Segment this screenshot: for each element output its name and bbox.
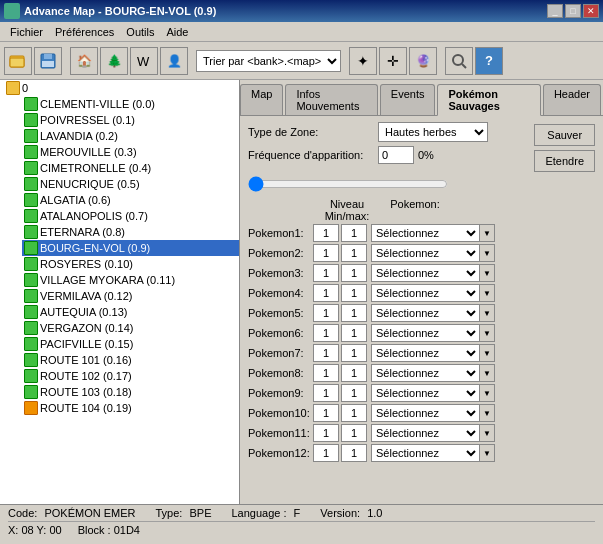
pokemon-select-2[interactable]: Sélectionnez bbox=[371, 244, 479, 262]
pokemon-min-6[interactable] bbox=[313, 324, 339, 342]
pokemon-select-12[interactable]: Sélectionnez bbox=[371, 444, 479, 462]
tree-item[interactable]: VILLAGE MYOKARA (0.11) bbox=[22, 272, 239, 288]
tree-item[interactable]: ROSYERES (0.10) bbox=[22, 256, 239, 272]
tree-item[interactable]: VERMILAVA (0.12) bbox=[22, 288, 239, 304]
save-button[interactable] bbox=[34, 47, 62, 75]
pokemon-max-12[interactable] bbox=[341, 444, 367, 462]
tool4-button[interactable]: 👤 bbox=[160, 47, 188, 75]
tree-item[interactable]: AUTEQUIA (0.13) bbox=[22, 304, 239, 320]
pokemon-dropdown-btn-6[interactable]: ▼ bbox=[479, 324, 495, 342]
tree-item[interactable]: CIMETRONELLE (0.4) bbox=[22, 160, 239, 176]
search-button[interactable] bbox=[445, 47, 473, 75]
pokemon-max-3[interactable] bbox=[341, 264, 367, 282]
tree-item[interactable]: POIVRESSEL (0.1) bbox=[22, 112, 239, 128]
pokemon-min-4[interactable] bbox=[313, 284, 339, 302]
pokemon-max-7[interactable] bbox=[341, 344, 367, 362]
tool6-button[interactable]: ✛ bbox=[379, 47, 407, 75]
tree-item[interactable]: ROUTE 104 (0.19) bbox=[22, 400, 239, 416]
tool1-button[interactable]: 🏠 bbox=[70, 47, 98, 75]
pokemon-dropdown-btn-2[interactable]: ▼ bbox=[479, 244, 495, 262]
tree-item[interactable]: LAVANDIA (0.2) bbox=[22, 128, 239, 144]
pokemon-min-2[interactable] bbox=[313, 244, 339, 262]
pokemon-dropdown-btn-10[interactable]: ▼ bbox=[479, 404, 495, 422]
tree-item[interactable]: ALGATIA (0.6) bbox=[22, 192, 239, 208]
close-button[interactable]: ✕ bbox=[583, 4, 599, 18]
pokemon-min-12[interactable] bbox=[313, 444, 339, 462]
pokemon-select-7[interactable]: Sélectionnez bbox=[371, 344, 479, 362]
pokemon-min-11[interactable] bbox=[313, 424, 339, 442]
save-action-button[interactable]: Sauver bbox=[534, 124, 595, 146]
pokemon-dropdown-btn-12[interactable]: ▼ bbox=[479, 444, 495, 462]
pokemon-max-9[interactable] bbox=[341, 384, 367, 402]
frequency-input[interactable] bbox=[378, 146, 414, 164]
tool7-button[interactable]: 🔮 bbox=[409, 47, 437, 75]
tab-header[interactable]: Header bbox=[543, 84, 601, 115]
tool2-button[interactable]: 🌲 bbox=[100, 47, 128, 75]
pokemon-dropdown-btn-3[interactable]: ▼ bbox=[479, 264, 495, 282]
pokemon-max-6[interactable] bbox=[341, 324, 367, 342]
tree-item[interactable]: VERGAZON (0.14) bbox=[22, 320, 239, 336]
tool3-button[interactable]: W bbox=[130, 47, 158, 75]
open-button[interactable] bbox=[4, 47, 32, 75]
pokemon-max-4[interactable] bbox=[341, 284, 367, 302]
tree-item[interactable]: PACIFVILLE (0.15) bbox=[22, 336, 239, 352]
pokemon-select-11[interactable]: Sélectionnez bbox=[371, 424, 479, 442]
menu-preferences[interactable]: Préférences bbox=[49, 24, 120, 40]
pokemon-dropdown-btn-4[interactable]: ▼ bbox=[479, 284, 495, 302]
pokemon-dropdown-btn-1[interactable]: ▼ bbox=[479, 224, 495, 242]
sort-dropdown[interactable]: Trier par <bank>.<map> bbox=[196, 50, 341, 72]
pokemon-select-10[interactable]: Sélectionnez bbox=[371, 404, 479, 422]
tree-item[interactable]: ETERNARA (0.8) bbox=[22, 224, 239, 240]
menu-fichier[interactable]: Fichier bbox=[4, 24, 49, 40]
pokemon-select-8[interactable]: Sélectionnez bbox=[371, 364, 479, 382]
pokemon-dropdown-btn-9[interactable]: ▼ bbox=[479, 384, 495, 402]
pokemon-dropdown-btn-5[interactable]: ▼ bbox=[479, 304, 495, 322]
frequency-slider[interactable] bbox=[248, 176, 448, 192]
pokemon-select-1[interactable]: Sélectionnez bbox=[371, 224, 479, 242]
tree-item[interactable]: ROUTE 101 (0.16) bbox=[22, 352, 239, 368]
pokemon-select-9[interactable]: Sélectionnez bbox=[371, 384, 479, 402]
pokemon-max-2[interactable] bbox=[341, 244, 367, 262]
tree-item-selected[interactable]: BOURG-EN-VOL (0.9) bbox=[22, 240, 239, 256]
pokemon-select-3[interactable]: Sélectionnez bbox=[371, 264, 479, 282]
pokemon-min-9[interactable] bbox=[313, 384, 339, 402]
pokemon-min-7[interactable] bbox=[313, 344, 339, 362]
pokemon-min-8[interactable] bbox=[313, 364, 339, 382]
pokemon-min-1[interactable] bbox=[313, 224, 339, 242]
tool5-button[interactable]: ✦ bbox=[349, 47, 377, 75]
pokemon-dropdown-btn-7[interactable]: ▼ bbox=[479, 344, 495, 362]
tree-item[interactable]: ROUTE 103 (0.18) bbox=[22, 384, 239, 400]
status-info: Code: POKÉMON EMER Type: BPE Language : … bbox=[8, 507, 595, 519]
tab-infos[interactable]: Infos Mouvements bbox=[285, 84, 377, 115]
zone-type-dropdown[interactable]: Hautes herbes bbox=[378, 122, 488, 142]
tree-item[interactable]: ROUTE 102 (0.17) bbox=[22, 368, 239, 384]
pokemon-select-5[interactable]: Sélectionnez bbox=[371, 304, 479, 322]
tree-item[interactable]: CLEMENTI-VILLE (0.0) bbox=[22, 96, 239, 112]
tab-map[interactable]: Map bbox=[240, 84, 283, 115]
tree-root-item[interactable]: 0 bbox=[4, 80, 239, 96]
extend-button[interactable]: Etendre bbox=[534, 150, 595, 172]
menu-outils[interactable]: Outils bbox=[120, 24, 160, 40]
window-controls[interactable]: _ □ ✕ bbox=[547, 4, 599, 18]
pokemon-min-5[interactable] bbox=[313, 304, 339, 322]
pokemon-min-10[interactable] bbox=[313, 404, 339, 422]
maximize-button[interactable]: □ bbox=[565, 4, 581, 18]
pokemon-max-11[interactable] bbox=[341, 424, 367, 442]
pokemon-max-8[interactable] bbox=[341, 364, 367, 382]
pokemon-select-6[interactable]: Sélectionnez bbox=[371, 324, 479, 342]
pokemon-dropdown-btn-11[interactable]: ▼ bbox=[479, 424, 495, 442]
pokemon-select-4[interactable]: Sélectionnez bbox=[371, 284, 479, 302]
pokemon-dropdown-btn-8[interactable]: ▼ bbox=[479, 364, 495, 382]
pokemon-max-1[interactable] bbox=[341, 224, 367, 242]
pokemon-max-10[interactable] bbox=[341, 404, 367, 422]
pokemon-max-5[interactable] bbox=[341, 304, 367, 322]
tree-item[interactable]: MEROUVILLE (0.3) bbox=[22, 144, 239, 160]
menu-aide[interactable]: Aide bbox=[160, 24, 194, 40]
help-button[interactable]: ? bbox=[475, 47, 503, 75]
tab-events[interactable]: Events bbox=[380, 84, 436, 115]
tree-item[interactable]: NENUCRIQUE (0.5) bbox=[22, 176, 239, 192]
minimize-button[interactable]: _ bbox=[547, 4, 563, 18]
tab-pokemon[interactable]: Pokémon Sauvages bbox=[437, 84, 540, 116]
pokemon-min-3[interactable] bbox=[313, 264, 339, 282]
tree-item[interactable]: ATALANOPOLIS (0.7) bbox=[22, 208, 239, 224]
